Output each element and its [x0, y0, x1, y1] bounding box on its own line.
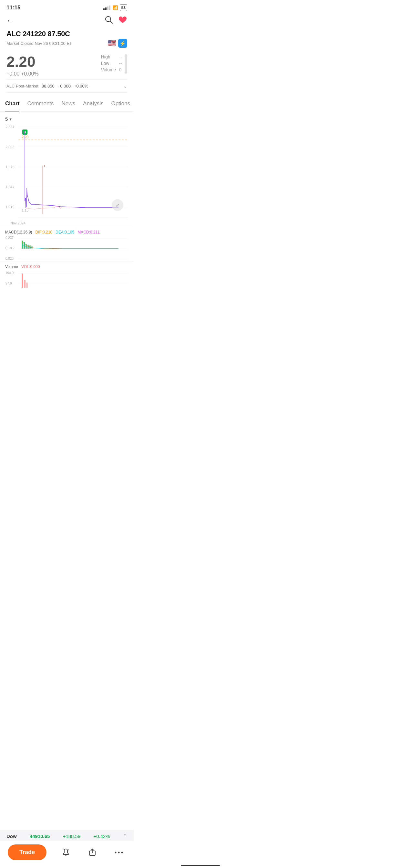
svg-rect-28 — [26, 244, 27, 249]
chart-section: 5 ▼ 2.331 2.003 1.675 1.347 1.019 — [0, 112, 134, 292]
post-market-bar[interactable]: ALC Post-Market 88.850 +0.000 +0.00% ⌄ — [6, 80, 127, 93]
chart-svg-wrapper: 2.331 2.003 1.675 1.347 1.019 2.20 1.15 … — [5, 124, 128, 221]
low-label: Low — [101, 61, 117, 66]
macd-section: MACD(12,26,9) DIF:0.210 DEA:0.105 MACD:0… — [0, 227, 134, 261]
status-icons: 📶 53 — [103, 4, 127, 11]
signal-icon — [103, 5, 111, 10]
post-market-change: +0.000 — [58, 84, 71, 89]
top-nav: ← — [0, 13, 134, 30]
svg-rect-38 — [26, 283, 28, 288]
volume-row: Volume 0 — [101, 67, 122, 72]
tab-chart[interactable]: Chart — [5, 100, 19, 112]
svg-rect-36 — [22, 274, 23, 288]
stock-subtitle: Market Closed Nov 26 09:31:00 ET — [6, 41, 72, 46]
volume-value: 0 — [119, 67, 122, 72]
svg-text:1.675: 1.675 — [5, 165, 14, 169]
chart-expand-button[interactable]: ⤢ — [112, 199, 123, 211]
tab-bar: Chart Comments News Analysis Options — [0, 95, 134, 112]
volume-val: VOL:0.000 — [21, 265, 40, 269]
svg-text:2.331: 2.331 — [5, 125, 14, 129]
svg-rect-37 — [24, 280, 26, 288]
tab-analysis[interactable]: Analysis — [83, 100, 103, 112]
svg-text:1: 1 — [43, 165, 45, 168]
price-main: 2.20 — [6, 54, 39, 69]
chart-date-label: Nov 2024 — [5, 221, 128, 227]
volume-chart: 194.0 97.0 — [5, 270, 128, 290]
wifi-icon: 📶 — [112, 5, 118, 10]
post-market-price: 88.850 — [42, 84, 55, 89]
timeframe-select[interactable]: 5 ▼ — [5, 116, 12, 122]
status-time: 11:15 — [6, 4, 20, 11]
macd-chart-wrapper: 0.237 0.105 0.026 — [5, 236, 128, 261]
status-bar: 11:15 📶 53 — [0, 0, 134, 13]
high-label: High — [101, 54, 117, 59]
favorite-button[interactable] — [118, 16, 127, 26]
svg-text:2.003: 2.003 — [5, 145, 14, 149]
tab-news[interactable]: News — [62, 100, 75, 112]
heart-icon — [118, 16, 127, 24]
price-section: 2.20 +0.00 +0.00% High -- Low -- Volume … — [0, 52, 134, 80]
svg-text:1.15: 1.15 — [22, 208, 28, 212]
high-row: High -- — [101, 54, 122, 59]
timeframe-chevron-icon: ▼ — [9, 117, 12, 121]
stock-title: ALC 241220 87.50C — [6, 30, 127, 38]
price-chart: 2.331 2.003 1.675 1.347 1.019 2.20 1.15 … — [5, 124, 128, 221]
battery-icon: 53 — [120, 4, 127, 11]
tab-options[interactable]: Options — [111, 100, 130, 112]
svg-text:1.019: 1.019 — [5, 205, 14, 209]
chart-container: 2.331 2.003 1.675 1.347 1.019 2.20 1.15 … — [0, 124, 134, 227]
flag-icons: 🇺🇸 ⚡ — [107, 39, 127, 48]
volume-chart-wrapper: 194.0 97.0 — [5, 270, 128, 290]
back-button[interactable]: ← — [6, 17, 13, 25]
post-market-label: ALC Post-Market — [6, 84, 38, 89]
svg-text:0.237: 0.237 — [5, 236, 13, 240]
thunder-icon: ⚡ — [118, 39, 127, 48]
tab-comments[interactable]: Comments — [27, 100, 54, 112]
svg-rect-29 — [27, 245, 29, 249]
chevron-down-icon: ⌄ — [123, 83, 127, 89]
volume-label: Volume — [5, 265, 18, 269]
high-value: -- — [119, 54, 122, 59]
svg-text:1.347: 1.347 — [5, 185, 14, 189]
stock-subtitle-row: Market Closed Nov 26 09:31:00 ET 🇺🇸 ⚡ — [6, 39, 127, 48]
price-stats: High -- Low -- Volume 0 — [101, 54, 122, 72]
volume-section: Volume VOL:0.000 194.0 97.0 — [0, 261, 134, 290]
post-market-text: ALC Post-Market 88.850 +0.000 +0.00% — [6, 84, 88, 89]
svg-text:97.0: 97.0 — [5, 282, 12, 285]
macd-header: MACD(12,26,9) DIF:0.210 DEA:0.105 MACD:0… — [5, 228, 128, 236]
chart-timeframe: 5 ▼ — [0, 114, 134, 124]
macd-chart: 0.237 0.105 0.026 — [5, 236, 128, 261]
scroll-indicator — [125, 54, 127, 73]
price-right: High -- Low -- Volume 0 — [101, 54, 127, 73]
svg-text:0.105: 0.105 — [5, 246, 13, 250]
svg-text:0.026: 0.026 — [5, 257, 13, 260]
volume-header: Volume VOL:0.000 — [5, 263, 128, 270]
stock-header: ALC 241220 87.50C Market Closed Nov 26 0… — [0, 30, 134, 52]
us-flag-icon: 🇺🇸 — [107, 39, 116, 48]
macd-val: MACD:0.211 — [78, 230, 100, 235]
nav-right — [104, 16, 127, 26]
price-change: +0.00 +0.00% — [6, 71, 39, 77]
timeframe-value: 5 — [5, 116, 8, 122]
macd-dea: DEA:0.105 — [56, 230, 74, 235]
post-market-pct: +0.00% — [74, 84, 88, 89]
svg-text:194.0: 194.0 — [5, 271, 13, 275]
volume-label: Volume — [101, 67, 117, 72]
low-value: -- — [119, 61, 122, 66]
macd-dif: DIF:0.210 — [35, 230, 52, 235]
search-icon — [104, 16, 113, 24]
low-row: Low -- — [101, 61, 122, 66]
search-button[interactable] — [104, 16, 113, 26]
svg-line-1 — [110, 21, 112, 23]
macd-label: MACD(12,26,9) — [5, 230, 32, 235]
price-left: 2.20 +0.00 +0.00% — [6, 54, 39, 77]
